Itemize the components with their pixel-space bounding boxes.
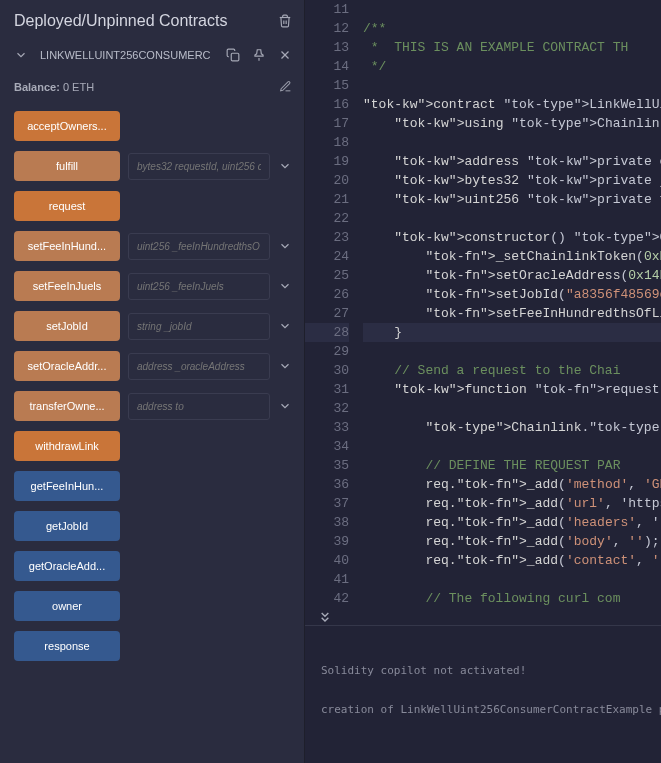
code-area[interactable]: /** * THIS IS AN EXAMPLE CONTRACT TH */"… [363,0,661,625]
function-row: request [14,191,292,221]
sidebar-title: Deployed/Unpinned Contracts [14,12,227,30]
balance-text: Balance: 0 ETH [14,81,94,93]
function-input[interactable] [128,153,270,180]
function-button[interactable]: setFeeInJuels [14,271,120,301]
collapse-icon[interactable] [317,609,333,625]
function-row: response [14,631,292,661]
function-list: acceptOwners...fulfillrequestsetFeeInHun… [14,111,292,661]
function-button[interactable]: fulfill [14,151,120,181]
function-row: getJobId [14,511,292,541]
balance-row: Balance: 0 ETH [14,80,292,93]
function-input[interactable] [128,313,270,340]
main-panel: 1112131415161718192021222324252627282930… [305,0,661,763]
console-line: Solidity copilot not activated! [321,664,645,677]
chevron-down-icon[interactable] [278,279,292,293]
pin-icon[interactable] [252,48,266,62]
function-input[interactable] [128,393,270,420]
chevron-down-icon[interactable] [278,239,292,253]
code-editor[interactable]: 1112131415161718192021222324252627282930… [305,0,661,625]
chevron-down-icon[interactable] [278,359,292,373]
edit-icon[interactable] [279,80,292,93]
function-input[interactable] [128,233,270,260]
chevron-down-icon[interactable] [278,399,292,413]
function-row: getOracleAdd... [14,551,292,581]
function-button[interactable]: setOracleAddr... [14,351,120,381]
function-button[interactable]: getJobId [14,511,120,541]
line-gutter: 1112131415161718192021222324252627282930… [305,0,363,625]
function-row: transferOwne... [14,391,292,421]
console-line: creation of LinkWellUint256ConsumerContr… [321,703,645,716]
function-row: acceptOwners... [14,111,292,141]
copy-icon[interactable] [226,48,240,62]
contract-name: LINKWELLUINT256CONSUMERC [40,49,214,61]
function-row: setFeeInJuels [14,271,292,301]
function-button[interactable]: request [14,191,120,221]
function-button[interactable]: response [14,631,120,661]
function-button[interactable]: owner [14,591,120,621]
function-button[interactable]: getOracleAdd... [14,551,120,581]
chevron-down-icon[interactable] [278,159,292,173]
contract-row: LINKWELLUINT256CONSUMERC [14,48,292,62]
function-button[interactable]: transferOwne... [14,391,120,421]
function-row: withdrawLink [14,431,292,461]
chevron-down-icon[interactable] [278,319,292,333]
function-button[interactable]: setFeeInHund... [14,231,120,261]
svg-rect-0 [231,53,239,61]
sidebar-header: Deployed/Unpinned Contracts [14,12,292,30]
function-button[interactable]: acceptOwners... [14,111,120,141]
function-row: setOracleAddr... [14,351,292,381]
function-row: owner [14,591,292,621]
function-row: setFeeInHund... [14,231,292,261]
console-panel: Solidity copilot not activated! creation… [305,625,661,763]
function-button[interactable]: getFeeInHun... [14,471,120,501]
function-input[interactable] [128,273,270,300]
function-row: getFeeInHun... [14,471,292,501]
function-row: setJobId [14,311,292,341]
function-button[interactable]: setJobId [14,311,120,341]
close-icon[interactable] [278,48,292,62]
function-input[interactable] [128,353,270,380]
function-row: fulfill [14,151,292,181]
chevron-down-icon[interactable] [14,48,28,62]
function-button[interactable]: withdrawLink [14,431,120,461]
sidebar: Deployed/Unpinned Contracts LINKWELLUINT… [0,0,305,763]
trash-icon[interactable] [278,14,292,28]
